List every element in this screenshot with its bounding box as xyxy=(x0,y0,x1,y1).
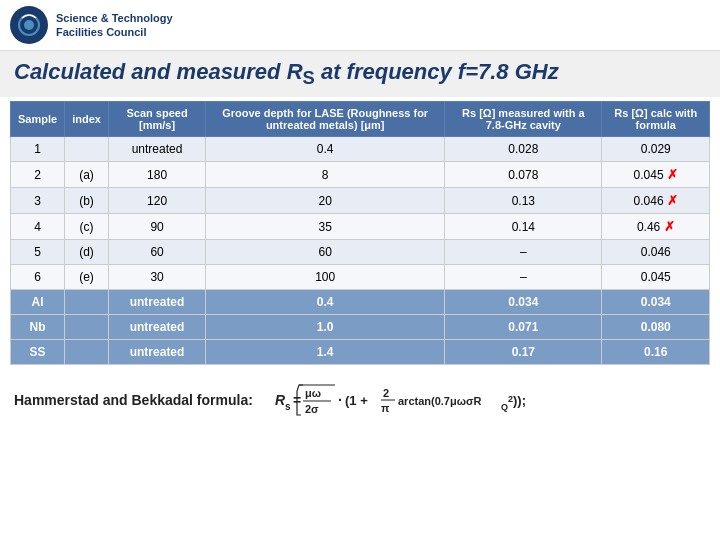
cell-rs-measured: 0.078 xyxy=(445,162,602,188)
logo-circle xyxy=(10,6,48,44)
cell-index: (b) xyxy=(65,188,109,214)
cell-scan-speed: 60 xyxy=(108,240,205,265)
table-container: Sample index Scan speed [mm/s] Groove de… xyxy=(0,101,720,365)
cell-groove-depth: 0.4 xyxy=(206,137,445,162)
cell-sample: SS xyxy=(11,340,65,365)
cell-scan-speed: untreated xyxy=(108,340,205,365)
data-table: Sample index Scan speed [mm/s] Groove de… xyxy=(10,101,710,365)
cell-scan-speed: 120 xyxy=(108,188,205,214)
cell-rs-measured: – xyxy=(445,265,602,290)
formula-area: R s = μω 2σ · (1 + 2 π arctan(0.7μωσR Q … xyxy=(273,375,593,425)
cell-scan-speed: untreated xyxy=(108,137,205,162)
cell-index xyxy=(65,315,109,340)
cell-sample: Al xyxy=(11,290,65,315)
col-groove-depth: Groove depth for LASE (Roughness for unt… xyxy=(206,102,445,137)
cell-rs-calc: 0.16 xyxy=(602,340,710,365)
table-row: 1untreated0.40.0280.029 xyxy=(11,137,710,162)
table-row: 4(c)90350.140.46 ✗ xyxy=(11,214,710,240)
cell-scan-speed: 30 xyxy=(108,265,205,290)
table-header-row: Sample index Scan speed [mm/s] Groove de… xyxy=(11,102,710,137)
cell-scan-speed: 180 xyxy=(108,162,205,188)
cell-groove-depth: 0.4 xyxy=(206,290,445,315)
svg-text:·: · xyxy=(338,392,342,408)
cell-sample: 4 xyxy=(11,214,65,240)
cell-index: (d) xyxy=(65,240,109,265)
table-row: Aluntreated0.40.0340.034 xyxy=(11,290,710,315)
cell-index xyxy=(65,137,109,162)
svg-text:s: s xyxy=(285,401,291,412)
cell-groove-depth: 1.4 xyxy=(206,340,445,365)
cell-index xyxy=(65,340,109,365)
formula-svg: R s = μω 2σ · (1 + 2 π arctan(0.7μωσR Q … xyxy=(273,375,593,425)
table-row: 2(a)18080.0780.045 ✗ xyxy=(11,162,710,188)
cell-sample: 5 xyxy=(11,240,65,265)
cell-groove-depth: 35 xyxy=(206,214,445,240)
table-row: 5(d)6060–0.046 xyxy=(11,240,710,265)
cell-sample: 2 xyxy=(11,162,65,188)
cell-rs-measured: 0.14 xyxy=(445,214,602,240)
svg-text:Q: Q xyxy=(501,402,508,412)
svg-text:(1 +: (1 + xyxy=(345,393,368,408)
cell-scan-speed: untreated xyxy=(108,315,205,340)
logo-text: Science & Technology Facilities Council xyxy=(56,11,173,40)
cell-rs-measured: 0.028 xyxy=(445,137,602,162)
cell-index: (e) xyxy=(65,265,109,290)
col-rs-measured: Rs [Ω] measured with a 7.8-GHz cavity xyxy=(445,102,602,137)
col-scan-speed: Scan speed [mm/s] xyxy=(108,102,205,137)
table-row: 3(b)120200.130.046 ✗ xyxy=(11,188,710,214)
header: Science & Technology Facilities Council xyxy=(0,0,720,51)
cell-sample: 1 xyxy=(11,137,65,162)
cell-rs-calc: 0.045 ✗ xyxy=(602,162,710,188)
cell-groove-depth: 20 xyxy=(206,188,445,214)
svg-text:arctan(0.7μωσR: arctan(0.7μωσR xyxy=(398,395,482,407)
cell-index: (c) xyxy=(65,214,109,240)
cell-rs-calc: 0.080 xyxy=(602,315,710,340)
cell-sample: 6 xyxy=(11,265,65,290)
table-row: Nbuntreated1.00.0710.080 xyxy=(11,315,710,340)
col-index: index xyxy=(65,102,109,137)
cell-sample: 3 xyxy=(11,188,65,214)
cell-rs-measured: 0.17 xyxy=(445,340,602,365)
cell-rs-measured: 0.071 xyxy=(445,315,602,340)
cell-rs-calc: 0.029 xyxy=(602,137,710,162)
cell-sample: Nb xyxy=(11,315,65,340)
footer-label: Hammerstad and Bekkadal formula: xyxy=(14,392,253,408)
cell-rs-calc: 0.045 xyxy=(602,265,710,290)
cell-rs-calc: 0.46 ✗ xyxy=(602,214,710,240)
col-rs-calc: Rs [Ω] calc with formula xyxy=(602,102,710,137)
cell-rs-calc: 0.046 xyxy=(602,240,710,265)
table-row: SSuntreated1.40.170.16 xyxy=(11,340,710,365)
cell-groove-depth: 60 xyxy=(206,240,445,265)
page-title: Calculated and measured RS at frequency … xyxy=(0,51,720,97)
svg-text:π: π xyxy=(381,402,390,414)
col-sample: Sample xyxy=(11,102,65,137)
svg-text:μω: μω xyxy=(305,387,321,399)
svg-text:2: 2 xyxy=(383,387,389,399)
table-row: 6(e)30100–0.045 xyxy=(11,265,710,290)
cell-scan-speed: untreated xyxy=(108,290,205,315)
svg-text:2σ: 2σ xyxy=(305,403,319,415)
logo-area: Science & Technology Facilities Council xyxy=(10,6,173,44)
footer: Hammerstad and Bekkadal formula: R s = μ… xyxy=(0,365,720,435)
cell-groove-depth: 100 xyxy=(206,265,445,290)
cell-rs-calc: 0.046 ✗ xyxy=(602,188,710,214)
cell-index xyxy=(65,290,109,315)
cell-rs-measured: 0.034 xyxy=(445,290,602,315)
svg-text:));: )); xyxy=(513,393,526,408)
svg-point-2 xyxy=(24,20,34,30)
cell-groove-depth: 8 xyxy=(206,162,445,188)
cell-rs-measured: – xyxy=(445,240,602,265)
cell-rs-measured: 0.13 xyxy=(445,188,602,214)
cell-groove-depth: 1.0 xyxy=(206,315,445,340)
cell-rs-calc: 0.034 xyxy=(602,290,710,315)
cell-index: (a) xyxy=(65,162,109,188)
cell-scan-speed: 90 xyxy=(108,214,205,240)
